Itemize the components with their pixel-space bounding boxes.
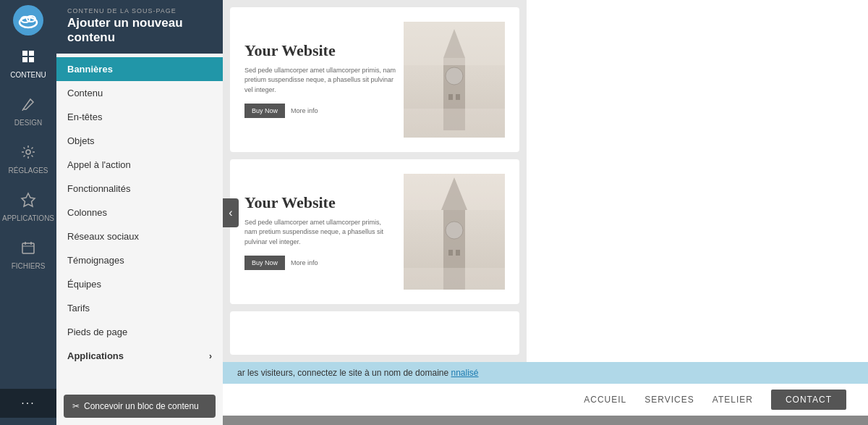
menu-item-bannieres[interactable]: Bannières [56, 57, 223, 81]
panel-sub-label: CONTENU DE LA SOUS-PAGE [67, 7, 212, 14]
sidebar-contenu-label: CONTENU [10, 71, 46, 79]
svg-rect-15 [456, 94, 460, 100]
menu-tarifs-label: Tarifs [67, 303, 90, 314]
svg-rect-23 [456, 250, 460, 256]
logo-area[interactable] [0, 0, 56, 40]
website-nav: ACCUEIL SERVICES ATELIER CONTACT [223, 384, 868, 416]
main-area: ‹ Your Website Sed pede ullamcorper amet… [223, 0, 868, 425]
menu-item-pieds-de-page[interactable]: Pieds de page [56, 320, 223, 344]
chevron-right-icon: › [209, 351, 212, 361]
svg-rect-3 [22, 51, 27, 56]
template-2-text: Your Website Sed pede ullamcorper amet u… [244, 193, 393, 271]
svg-point-13 [446, 67, 463, 85]
website-content-area: asellus [223, 416, 868, 425]
menu-entetes-label: En-têtes [67, 111, 102, 122]
nav-atelier[interactable]: ATELIER [712, 395, 753, 405]
template-1-buttons: Buy Now More info [244, 104, 396, 118]
svg-rect-14 [448, 94, 453, 100]
svg-rect-25 [404, 268, 505, 290]
template-2-moreinfo-button[interactable]: More info [291, 259, 318, 266]
personalize-link[interactable]: nnalisé [451, 368, 479, 378]
sidebar-item-applications[interactable]: APPLICATIONS [0, 183, 56, 231]
template-1-text: Your Website Sed pede ullamcorper amet u… [244, 41, 404, 119]
menu-item-temoignages[interactable]: Témoignages [56, 248, 223, 272]
svg-rect-6 [29, 57, 34, 62]
menu-reseaux-label: Réseaux sociaux [67, 231, 139, 242]
info-banner-text: ar les visiteurs, connectez le site à un… [237, 368, 448, 378]
menu-item-appel-action[interactable]: Appel à l'action [56, 153, 223, 177]
menu-colonnes-label: Colonnes [67, 207, 107, 218]
panel-main-title: Ajouter un nouveau contenu [67, 16, 212, 45]
sidebar-item-contenu[interactable]: CONTENU [0, 40, 56, 88]
svg-rect-17 [404, 109, 505, 138]
template-2-desc: Sed pede ullamcorper amet ullamcorper pr… [244, 218, 386, 248]
reglages-icon [20, 144, 36, 164]
sidebar-fichiers-label: FICHIERS [12, 262, 46, 270]
template-2-buynow-button[interactable]: Buy Now [244, 256, 285, 270]
sidebar-dots-button[interactable]: ··· [0, 389, 56, 418]
menu-temoignages-label: Témoignages [67, 255, 124, 266]
menu-contenu-label: Contenu [67, 88, 103, 98]
menu-pieds-label: Pieds de page [67, 327, 127, 337]
info-banner: ar les visiteurs, connectez le site à un… [223, 362, 868, 384]
nav-accueil[interactable]: ACCUEIL [584, 395, 626, 405]
template-card-2[interactable]: Your Website Sed pede ullamcorper amet u… [230, 159, 519, 304]
menu-bannieres-label: Bannières [67, 64, 113, 75]
collapse-panel-button[interactable]: ‹ [223, 198, 239, 227]
menu-equipes-label: Équipes [67, 279, 101, 290]
menu-appel-label: Appel à l'action [67, 159, 131, 170]
menu-applications-label: Applications [67, 350, 124, 361]
content-panel: CONTENU DE LA SOUS-PAGE Ajouter un nouve… [56, 0, 223, 425]
template-1-moreinfo-button[interactable]: More info [291, 107, 318, 114]
sidebar-item-reglages[interactable]: RÉGLAGES [0, 135, 56, 183]
template-1-desc: Sed pede ullamcorper amet ullamcorper pr… [244, 66, 396, 96]
sidebar-design-label: DESIGN [14, 119, 42, 127]
menu-item-applications[interactable]: Applications › [56, 344, 223, 368]
panel-header: CONTENU DE LA SOUS-PAGE Ajouter un nouve… [56, 0, 223, 54]
template-card-1[interactable]: Your Website Sed pede ullamcorper amet u… [230, 7, 519, 152]
sidebar-applications-label: APPLICATIONS [2, 214, 54, 222]
template-1-buynow-button[interactable]: Buy Now [244, 104, 285, 118]
contenu-icon [20, 49, 36, 68]
svg-marker-8 [22, 193, 35, 206]
design-icon [20, 96, 36, 116]
menu-list: Bannières Contenu En-têtes Objets Appel … [56, 54, 223, 387]
menu-fonctionnalites-label: Fonctionnalités [67, 183, 130, 194]
sidebar-bottom: ··· [0, 389, 56, 425]
menu-item-contenu[interactable]: Contenu [56, 81, 223, 105]
website-preview: ar les visiteurs, connectez le site à un… [223, 362, 868, 425]
svg-rect-16 [404, 22, 505, 65]
design-block-button[interactable]: ✂ Concevoir un bloc de contenu [64, 395, 216, 418]
design-button-label: Concevoir un bloc de contenu [84, 401, 199, 411]
menu-item-reseaux-sociaux[interactable]: Réseaux sociaux [56, 224, 223, 248]
nav-contact[interactable]: CONTACT [771, 390, 846, 410]
menu-item-equipes[interactable]: Équipes [56, 272, 223, 296]
template-2-buttons: Buy Now More info [244, 256, 386, 270]
menu-item-fonctionnalites[interactable]: Fonctionnalités [56, 177, 223, 201]
nav-services[interactable]: SERVICES [644, 395, 694, 405]
collapse-arrow-icon: ‹ [229, 206, 232, 219]
menu-item-objets[interactable]: Objets [56, 129, 223, 153]
menu-item-en-tetes[interactable]: En-têtes [56, 105, 223, 129]
sidebar-item-design[interactable]: DESIGN [0, 88, 56, 135]
template-2-title: Your Website [244, 193, 386, 212]
svg-rect-22 [448, 250, 453, 256]
sidebar-reglages-label: RÉGLAGES [8, 167, 48, 174]
template-card-3[interactable] [230, 311, 519, 355]
icon-sidebar: CONTENU DESIGN RÉGLAGES APPLICATIONS [0, 0, 56, 425]
template-1-image [404, 22, 505, 138]
menu-item-colonnes[interactable]: Colonnes [56, 201, 223, 224]
fichiers-icon [20, 240, 36, 259]
sidebar-item-fichiers[interactable]: FICHIERS [0, 231, 56, 279]
template-1-title: Your Website [244, 41, 396, 60]
svg-rect-4 [29, 51, 34, 56]
svg-rect-9 [22, 243, 34, 253]
scissors-icon: ✂ [72, 401, 80, 411]
svg-point-21 [446, 222, 463, 239]
menu-objets-label: Objets [67, 135, 95, 146]
logo-icon [13, 5, 43, 35]
templates-area: Your Website Sed pede ullamcorper amet u… [223, 0, 527, 362]
svg-rect-24 [404, 174, 505, 210]
menu-item-tarifs[interactable]: Tarifs [56, 296, 223, 320]
svg-rect-5 [22, 57, 27, 62]
